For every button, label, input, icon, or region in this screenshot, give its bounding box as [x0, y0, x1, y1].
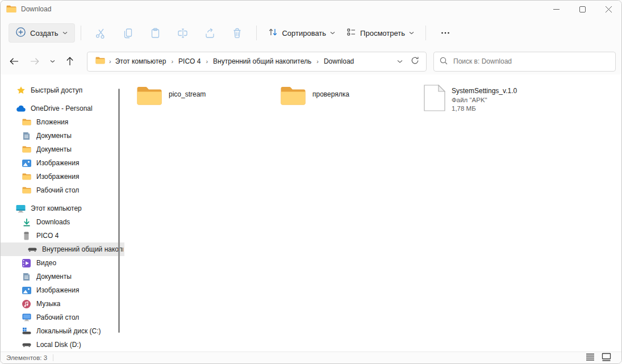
sidebar-item-label: Документы — [36, 132, 72, 140]
share-button[interactable] — [199, 23, 220, 43]
video-icon — [22, 259, 31, 267]
folder-icon — [22, 118, 31, 126]
item-details: pico_stream — [169, 85, 206, 98]
sidebar-item[interactable]: Видео — [1, 256, 124, 270]
sidebar-scrollbar-thumb[interactable] — [118, 89, 120, 333]
sidebar-item[interactable]: OneDrive - Personal — [1, 102, 124, 115]
picture-icon — [22, 160, 31, 167]
sidebar-item-label: Видео — [36, 259, 56, 267]
status-divider — [53, 354, 53, 361]
close-button[interactable] — [595, 1, 621, 18]
sidebar-item[interactable]: Изображения — [1, 156, 124, 170]
cut-button[interactable] — [90, 23, 111, 43]
maximize-button[interactable] — [569, 1, 595, 18]
sidebar-item[interactable]: Downloads — [1, 215, 124, 229]
minimize-button[interactable] — [543, 1, 569, 18]
sidebar-item[interactable]: Изображения — [1, 170, 124, 183]
sidebar-item-label: Этот компьютер — [31, 204, 82, 212]
sidebar-item[interactable]: Документы — [1, 270, 124, 283]
sidebar-item[interactable]: PICO 4 — [1, 229, 124, 242]
item-type: Файл "APK" — [452, 96, 517, 105]
sidebar-item-label: PICO 4 — [36, 232, 59, 240]
sidebar-item-label: Рабочий стол — [36, 313, 79, 321]
sidebar-item-label: Изображения — [36, 286, 79, 294]
forward-button[interactable] — [26, 53, 43, 70]
items-count: Элементов: 3 — [6, 354, 47, 361]
chevron-down-icon — [330, 31, 335, 35]
star-icon — [16, 86, 26, 95]
breadcrumb-separator-icon: › — [316, 58, 319, 65]
view-button[interactable]: Просмотреть — [341, 23, 420, 43]
up-button[interactable] — [61, 53, 78, 70]
folder-icon — [22, 186, 31, 194]
copy-button[interactable] — [117, 23, 139, 43]
view-button-label: Просмотреть — [360, 29, 405, 37]
breadcrumb-item[interactable]: PICO 4 — [175, 55, 204, 68]
download-icon — [22, 218, 31, 227]
address-dropdown-chevron-icon[interactable] — [397, 57, 403, 65]
folder-icon — [136, 85, 162, 109]
address-bar[interactable]: › Этот компьютер›PICO 4›Внутренний общий… — [87, 52, 427, 72]
file-explorer-window: Download Создать Сортировать Просмотр — [0, 0, 622, 364]
sidebar-item[interactable]: Внутренний общий накопитель — [1, 242, 124, 256]
folder-icon — [95, 56, 105, 66]
sidebar-item-label: Быстрый доступ — [31, 86, 82, 94]
item-details: SystemSettings_v.1.0Файл "APK"1,78 МБ — [452, 85, 517, 114]
sidebar-item[interactable]: Документы — [1, 143, 124, 156]
details-view-icon[interactable] — [586, 353, 595, 362]
sidebar-item[interactable]: Рабочий стол — [1, 183, 124, 197]
breadcrumb-item[interactable]: Внутренний общий накопитель — [210, 55, 315, 68]
delete-button[interactable] — [226, 23, 248, 43]
monitor-icon — [16, 204, 26, 213]
sidebar-item[interactable]: Музыка — [1, 297, 124, 311]
sidebar-item-label: Рабочий стол — [36, 186, 79, 194]
sidebar-item-label: Изображения — [36, 159, 79, 167]
drive-icon — [27, 248, 37, 252]
sidebar-item[interactable]: Вложения — [1, 115, 124, 129]
title-bar: Download — [1, 1, 621, 18]
view-list-icon — [347, 27, 356, 39]
sidebar-item[interactable]: Документы — [1, 129, 124, 143]
command-toolbar: Создать Сортировать Просмотреть — [1, 18, 621, 48]
toolbar-divider — [81, 26, 81, 40]
thumbnails-view-icon[interactable] — [602, 353, 611, 363]
sidebar-item-label: Локальный диск (C:) — [36, 327, 101, 335]
rename-button[interactable] — [172, 23, 193, 43]
folder-icon — [280, 85, 306, 109]
file-item[interactable]: SystemSettings_v.1.0Файл "APK"1,78 МБ — [421, 83, 565, 115]
search-input[interactable] — [453, 57, 610, 65]
sidebar-item[interactable]: Local Disk (D:) — [1, 338, 124, 352]
sidebar-item[interactable]: Изображения — [1, 283, 124, 297]
more-button[interactable] — [435, 23, 456, 43]
sidebar-scrollbar[interactable] — [116, 74, 123, 352]
desktop-icon — [22, 313, 31, 321]
sidebar-item-label: OneDrive - Personal — [31, 104, 93, 112]
sidebar-item[interactable]: Локальный диск (C:) — [1, 324, 124, 338]
item-name: pico_stream — [169, 90, 206, 98]
item-name: SystemSettings_v.1.0 — [452, 87, 517, 96]
file-list: pico_streamпроверялкаSystemSettings_v.1.… — [124, 74, 621, 352]
refresh-icon[interactable] — [411, 56, 419, 66]
breadcrumb-item[interactable]: Download — [320, 55, 357, 68]
navigation-bar: › Этот компьютер›PICO 4›Внутренний общий… — [1, 48, 621, 74]
sidebar-item[interactable]: Этот компьютер — [1, 202, 124, 215]
document-icon — [22, 132, 31, 140]
new-button[interactable]: Создать — [9, 23, 75, 43]
drive-windows-icon — [22, 328, 31, 334]
back-button[interactable] — [6, 53, 23, 70]
folder-item[interactable]: pico_stream — [134, 83, 278, 111]
sidebar-item[interactable]: Рабочий стол — [1, 311, 124, 324]
sort-button[interactable]: Сортировать — [262, 23, 341, 43]
breadcrumb-item[interactable]: Этот компьютер — [112, 55, 170, 68]
sidebar-item-label: Local Disk (D:) — [36, 341, 81, 349]
cloud-icon — [16, 105, 26, 112]
item-name: проверялка — [312, 90, 349, 98]
sidebar-item[interactable]: Быстрый доступ — [1, 83, 124, 97]
folder-icon — [6, 5, 16, 14]
recent-locations-chevron-icon[interactable] — [47, 53, 58, 70]
sidebar-item-label: Downloads — [36, 218, 70, 226]
paste-button[interactable] — [144, 23, 166, 43]
music-icon — [22, 300, 31, 308]
folder-item[interactable]: проверялка — [278, 83, 421, 111]
sidebar-item-label: Музыка — [36, 300, 60, 308]
